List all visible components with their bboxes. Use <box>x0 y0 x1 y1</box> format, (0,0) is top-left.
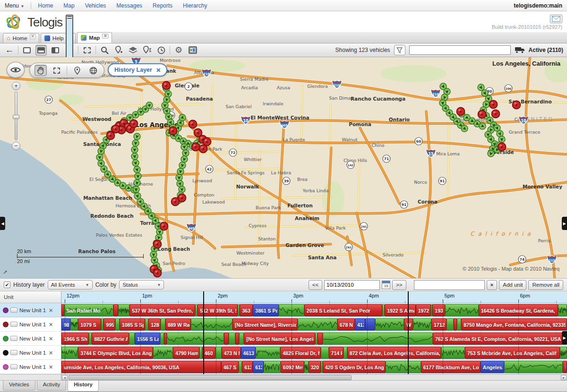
stop-marker[interactable] <box>490 101 498 109</box>
timeline-segment[interactable] <box>344 347 347 359</box>
timeline-segment[interactable] <box>318 332 322 345</box>
history-track-marker[interactable] <box>146 102 153 109</box>
timeline-segment[interactable]: 762 S Alameda St E, Compton, California,… <box>433 332 567 345</box>
filter-button[interactable] <box>394 45 405 55</box>
stop-marker[interactable] <box>154 269 162 277</box>
layout-single-button[interactable] <box>21 45 33 56</box>
timeline-segment[interactable]: 8750 Mango Ave, Fontana, California, 923… <box>461 318 567 331</box>
timeline-segment[interactable]: 16426 S Broadway St, Gardena, <box>479 304 558 316</box>
stop-marker[interactable] <box>172 198 180 206</box>
timeline-segment[interactable]: 1085 S Sp <box>120 318 145 331</box>
history-layer-checkbox[interactable]: ✔ <box>4 281 10 288</box>
timeline-segment[interactable]: 413 <box>355 318 365 331</box>
bottom-tab-history[interactable]: History <box>68 381 99 392</box>
add-unit-input[interactable] <box>414 280 485 290</box>
timeline-segment[interactable]: 4790 Ham <box>173 347 199 359</box>
timeline-segment[interactable]: 678 N E <box>337 318 355 331</box>
timeline-segment[interactable] <box>441 347 465 359</box>
menu-dropdown-button[interactable]: Menu ▼ <box>5 2 24 9</box>
menu-item-reports[interactable]: Reports <box>153 2 172 9</box>
unit-checkbox[interactable] <box>10 307 17 313</box>
stop-marker[interactable] <box>154 240 162 248</box>
history-track-marker[interactable] <box>134 179 140 186</box>
settings-gear-button[interactable]: ⚙ <box>173 45 184 56</box>
timeline-segment[interactable]: 613 <box>242 361 253 373</box>
history-track-marker[interactable] <box>96 154 103 161</box>
history-track-marker[interactable] <box>479 123 486 129</box>
zoom-tool-button[interactable] <box>99 45 110 56</box>
timeline-segment[interactable] <box>558 304 567 316</box>
history-track-marker[interactable] <box>182 150 189 156</box>
zoom-in-button[interactable]: + <box>12 82 20 90</box>
date-next-button[interactable]: >> <box>392 280 406 290</box>
timeline-segment[interactable]: 872 Clela Ave, Los Angeles, California, … <box>347 347 441 359</box>
timeline-segment[interactable] <box>235 332 239 345</box>
timeline-segment[interactable]: 3861 S Pacif <box>253 304 278 316</box>
remove-unit-icon[interactable]: ✕ <box>49 322 53 327</box>
timeline-segment[interactable]: San Rafael Mo <box>64 304 114 316</box>
timeline-segment[interactable]: 467 S B <box>221 361 239 373</box>
timeline-segment[interactable] <box>115 318 120 331</box>
menu-item-map[interactable]: Map <box>63 2 74 9</box>
date-input[interactable] <box>324 280 380 290</box>
menu-item-vehicles[interactable]: Vehicles <box>85 2 106 9</box>
timeline-segment[interactable] <box>118 304 129 316</box>
timeline-segment[interactable] <box>256 347 280 359</box>
stop-marker[interactable] <box>189 120 197 128</box>
display-options-button[interactable] <box>187 45 198 56</box>
history-track-marker[interactable] <box>132 160 139 166</box>
timeline-segment[interactable]: 8827 Guthrie A <box>92 332 129 345</box>
expand-map-icon[interactable]: ➚ <box>3 269 9 275</box>
timeline-segment[interactable]: 420 S Ogden Dr, Los Angel <box>323 361 386 373</box>
timeline-segment[interactable] <box>113 304 118 316</box>
menu-item-messages[interactable]: Messages <box>116 2 142 9</box>
timeline-segment[interactable] <box>229 332 235 345</box>
collapse-timeline-button[interactable]: ▶ <box>562 331 567 344</box>
timeline-segment[interactable] <box>224 332 229 345</box>
timeline-segment[interactable] <box>70 318 78 331</box>
timeline-segment[interactable] <box>239 332 244 345</box>
timeline-segment[interactable]: 889 W Ran <box>165 318 191 331</box>
history-track-marker[interactable] <box>179 114 186 121</box>
timeline-segment[interactable] <box>560 347 567 359</box>
unit-checkbox[interactable] <box>10 336 17 341</box>
pan-hand-button[interactable] <box>34 65 47 76</box>
timeline-segment[interactable]: 193 <box>432 304 445 316</box>
timeline-segment[interactable]: 714 Fra <box>329 347 344 359</box>
timeline-segment[interactable] <box>145 318 148 331</box>
timeline-segment[interactable] <box>321 347 329 359</box>
stop-marker[interactable] <box>130 120 138 128</box>
timeline-segment[interactable]: 3744 E Olympic Blvd, Los Ang <box>78 347 153 359</box>
unit-row[interactable]: New Unit 1✕ <box>0 360 61 374</box>
timeline-segment[interactable]: 128 <box>148 318 161 331</box>
menu-item-home[interactable]: Home <box>38 2 53 9</box>
scroll-right-button[interactable]: ► <box>561 375 567 380</box>
events-dropdown[interactable]: All Events ▼ <box>48 280 93 290</box>
calendar-button[interactable]: 15 <box>382 281 390 289</box>
remove-all-button[interactable]: Remove all <box>528 280 563 290</box>
timeline-segment[interactable] <box>386 361 421 373</box>
map-canvas[interactable]: Hidden HillsTarzanaNorth HollywoodStudio… <box>0 57 567 278</box>
timeline-segment[interactable]: 1079 S <box>78 318 101 331</box>
collapse-right-panel-button[interactable]: ▶ <box>562 217 567 230</box>
history-layer-chip[interactable]: History Layer ✕ <box>108 63 167 77</box>
timeline-segment[interactable]: 1922 S Alma S <box>385 304 416 316</box>
timeline-segment[interactable]: 320 S <box>309 361 321 373</box>
timeline-segment[interactable]: [No Street Name], Los Angeles, Cal <box>244 332 315 345</box>
timeline-segment[interactable]: 473 N M <box>222 347 241 359</box>
history-track-marker[interactable] <box>135 173 141 179</box>
history-track-marker[interactable] <box>181 156 188 162</box>
timeline-segment[interactable] <box>199 347 202 359</box>
zoom-slider-track[interactable] <box>15 92 17 140</box>
history-track-marker[interactable] <box>181 144 188 150</box>
close-icon[interactable]: ✕ <box>156 67 161 74</box>
stop-marker[interactable] <box>513 101 521 109</box>
timeline-segment[interactable] <box>279 304 304 316</box>
timeline-segment[interactable] <box>365 318 375 331</box>
stop-marker[interactable] <box>192 143 200 151</box>
timeline-segment[interactable]: W C <box>404 318 413 331</box>
color-by-dropdown[interactable]: Status ▼ <box>119 280 164 290</box>
history-track-marker[interactable] <box>131 153 138 160</box>
timeline-segment[interactable]: 985 <box>61 318 70 331</box>
collapse-left-panel-button[interactable]: ◀ <box>0 217 5 230</box>
